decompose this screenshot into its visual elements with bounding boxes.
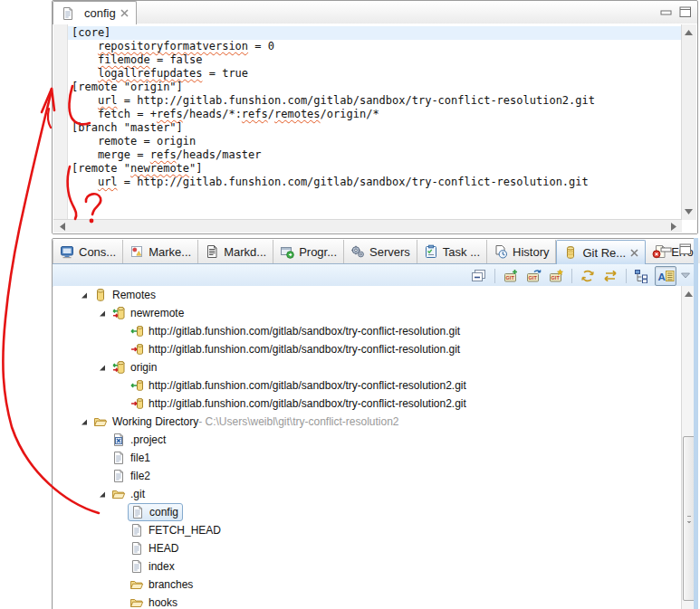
- tab-progr[interactable]: Progr...: [273, 240, 344, 263]
- expander-icon[interactable]: [79, 290, 90, 300]
- editor-panel: config [core] repositoryformatversion = …: [52, 0, 698, 234]
- tree-row[interactable]: FETCH_HEAD: [53, 521, 682, 539]
- tree-row[interactable]: origin: [53, 358, 682, 376]
- tree-item-label: .git: [130, 488, 145, 500]
- sort-button[interactable]: A: [655, 266, 676, 286]
- tab-label: Markd...: [224, 245, 266, 259]
- editor-text-area[interactable]: [core] repositoryformatversion = 0 filem…: [68, 24, 682, 220]
- tree-item-label: branches: [149, 578, 193, 591]
- tab-label: Task ...: [443, 245, 480, 259]
- close-icon[interactable]: [120, 9, 129, 17]
- tree-row[interactable]: HEAD: [53, 539, 682, 557]
- text-file-icon: [111, 451, 126, 465]
- toolbar-separator: [494, 269, 495, 283]
- scroll-right-icon[interactable]: [666, 220, 680, 233]
- tree-row[interactable]: http://gitlab.funshion.com/gitlab/sandbo…: [53, 340, 682, 358]
- code-line[interactable]: [remote "origin"]: [68, 81, 682, 94]
- editor-gutter: [53, 24, 68, 220]
- code-line[interactable]: [branch "master"]: [68, 121, 682, 135]
- tree-row[interactable]: Working Directory - C:\Users\weibl\git\t…: [53, 413, 682, 431]
- text-file-icon: [129, 559, 144, 574]
- minimize-button[interactable]: [660, 246, 673, 253]
- code-line[interactable]: logallrefupdates = true: [68, 67, 682, 81]
- svg-text:GIT: GIT: [551, 275, 560, 281]
- tab-gitre[interactable]: Git Re...: [556, 240, 646, 264]
- code-line[interactable]: [core]: [68, 26, 682, 40]
- scroll-up-icon[interactable]: [682, 26, 695, 39]
- code-line[interactable]: [remote "newremote"]: [68, 162, 682, 176]
- push-url-icon: [129, 396, 144, 411]
- code-line[interactable]: merge = refs/heads/master: [68, 148, 682, 162]
- tree-row[interactable]: http://gitlab.funshion.com/gitlab/sandbo…: [53, 376, 682, 395]
- tab-label: History: [513, 245, 549, 259]
- tree-row[interactable]: file1: [53, 449, 682, 467]
- scroll-down-icon[interactable]: [682, 205, 695, 218]
- editor-tab-config[interactable]: config: [53, 1, 137, 24]
- hierarchy-layout-button[interactable]: [632, 267, 652, 285]
- markers-icon: [129, 244, 144, 259]
- minimize-button[interactable]: [660, 9, 673, 16]
- tab-cons[interactable]: Cons...: [53, 240, 123, 263]
- push-url-icon: [129, 342, 144, 357]
- create-repository-button[interactable]: GIT: [546, 267, 566, 285]
- git-repositories-view-panel: Cons...Marke...Markd...Progr...ServersTa…: [52, 238, 698, 609]
- tree-item-label: newremote: [130, 307, 184, 319]
- xml-file-icon: [111, 433, 126, 447]
- tree-item-label: http://gitlab.funshion.com/gitlab/sandbo…: [149, 397, 466, 410]
- editor-horizontal-scrollbar[interactable]: [53, 219, 682, 233]
- tree-row[interactable]: newremote: [53, 304, 682, 322]
- fetch-url-icon: [129, 324, 144, 338]
- tree-item-label: file2: [130, 470, 150, 482]
- tree-row[interactable]: file2: [53, 467, 682, 485]
- expander-icon[interactable]: [97, 490, 108, 499]
- tree-row[interactable]: http://gitlab.funshion.com/gitlab/sandbo…: [53, 395, 682, 413]
- tree-item-label: file1: [130, 452, 150, 464]
- tree-item-label: Working Directory: [112, 415, 198, 428]
- expander-icon[interactable]: [97, 363, 108, 372]
- remotes-icon: [93, 288, 108, 302]
- tree-row[interactable]: hooks: [53, 594, 682, 609]
- remote-icon: [111, 306, 126, 320]
- tree-row[interactable]: index: [53, 557, 682, 576]
- tab-history[interactable]: History: [487, 240, 556, 263]
- tree-row[interactable]: .project: [53, 431, 682, 449]
- text-file-icon: [130, 505, 145, 519]
- tree-item-label: http://gitlab.funshion.com/gitlab/sandbo…: [149, 343, 460, 356]
- editor-body: [core] repositoryformatversion = 0 filem…: [53, 24, 697, 233]
- markdown-icon: [205, 244, 219, 259]
- view-menu-button[interactable]: [679, 267, 692, 285]
- tree-item-path: - C:\Users\weibl\git\try-conflict-resolu…: [198, 415, 398, 428]
- code-line[interactable]: repositoryformatversion = 0: [68, 40, 682, 53]
- editor-tab-bar: config: [53, 1, 697, 24]
- svg-text:GIT: GIT: [528, 275, 537, 281]
- tab-markd[interactable]: Markd...: [198, 240, 273, 263]
- code-line[interactable]: url = http://gitlab.funshion.com/gitlab/…: [68, 176, 682, 189]
- editor-vertical-scrollbar[interactable]: [681, 24, 696, 220]
- tree-row[interactable]: .git: [53, 485, 682, 503]
- maximize-button[interactable]: [679, 6, 692, 18]
- tab-label: Progr...: [299, 245, 337, 259]
- clone-repository-button[interactable]: GIT: [523, 267, 543, 285]
- tree-row[interactable]: config: [53, 503, 682, 521]
- git-repo-icon: [563, 245, 578, 260]
- code-line[interactable]: remote = origin: [68, 135, 682, 148]
- tree-row[interactable]: Remotes: [53, 286, 682, 304]
- tab-servers[interactable]: Servers: [344, 240, 417, 263]
- code-line[interactable]: filemode = false: [68, 53, 682, 67]
- expander-icon[interactable]: [97, 309, 108, 318]
- toggle-branch-representation-button[interactable]: [600, 267, 620, 285]
- collapse-all-button[interactable]: [469, 267, 489, 285]
- scroll-left-icon[interactable]: [55, 220, 69, 233]
- tree-row[interactable]: branches: [53, 576, 682, 594]
- code-line[interactable]: url = http://gitlab.funshion.com/gitlab/…: [68, 94, 682, 108]
- code-line[interactable]: fetch = +refs/heads/*:refs/remotes/origi…: [68, 108, 682, 121]
- tree-row[interactable]: http://gitlab.funshion.com/gitlab/sandbo…: [53, 322, 682, 340]
- tab-task[interactable]: Task ...: [417, 240, 487, 263]
- maximize-button[interactable]: [679, 243, 692, 255]
- tree-item-label: Remotes: [112, 289, 156, 301]
- expander-icon[interactable]: [79, 417, 90, 426]
- add-repository-button[interactable]: GIT: [501, 267, 521, 285]
- refresh-button[interactable]: [578, 267, 598, 285]
- tab-marke[interactable]: Marke...: [123, 240, 198, 263]
- close-icon[interactable]: [630, 249, 638, 257]
